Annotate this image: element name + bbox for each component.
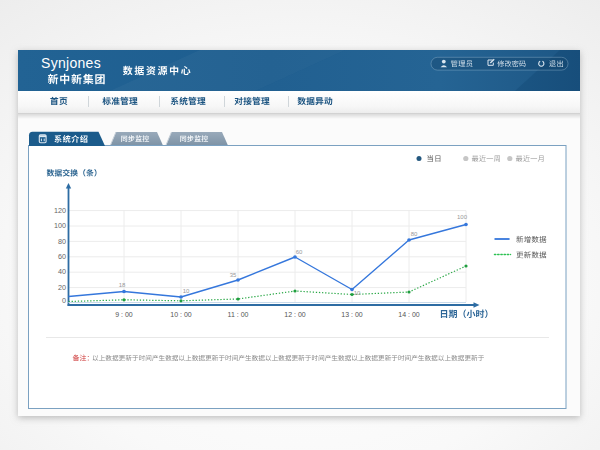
svg-text:14 : 00: 14 : 00	[398, 311, 420, 318]
svg-text:35: 35	[230, 272, 237, 278]
svg-text:12 : 00: 12 : 00	[284, 311, 306, 318]
svg-text:120: 120	[54, 206, 66, 215]
svg-text:80: 80	[58, 237, 66, 246]
svg-text:100: 100	[54, 221, 66, 230]
svg-text:20: 20	[58, 283, 66, 292]
svg-text:40: 40	[58, 267, 66, 276]
svg-text:10: 10	[354, 290, 361, 296]
svg-text:0: 0	[62, 296, 66, 305]
svg-text:60: 60	[296, 249, 303, 255]
svg-text:13 : 00: 13 : 00	[341, 311, 363, 318]
svg-text:10: 10	[183, 288, 190, 294]
svg-text:80: 80	[411, 231, 418, 237]
svg-text:11 : 00: 11 : 00	[228, 311, 249, 318]
svg-text:10 : 00: 10 : 00	[170, 311, 192, 318]
svg-text:18: 18	[119, 282, 126, 288]
svg-text:9 : 00: 9 : 00	[115, 311, 133, 318]
svg-text:100: 100	[457, 214, 468, 220]
svg-text:60: 60	[58, 252, 66, 261]
svg-text:Synjones: Synjones	[41, 55, 101, 71]
